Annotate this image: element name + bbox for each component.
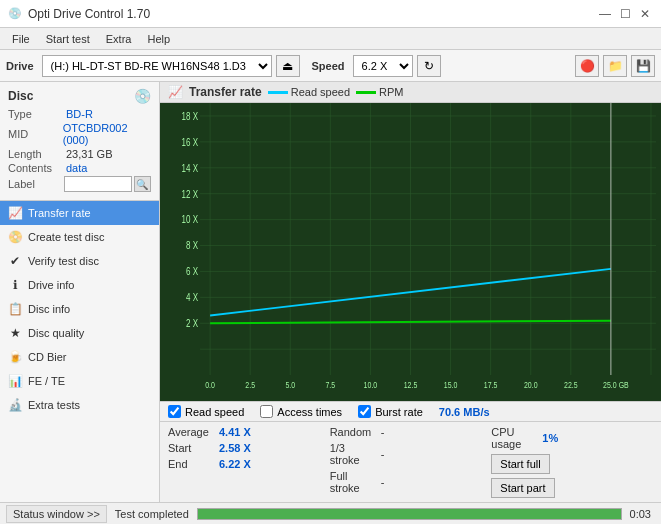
disc-contents-label: Contents (8, 162, 66, 174)
toolbar: Drive (H:) HL-DT-ST BD-RE WH16NS48 1.D3 … (0, 50, 661, 82)
app-icon: 💿 (8, 7, 22, 20)
disc-mid-row: MID OTCBDR002 (000) (8, 122, 151, 146)
menu-start-test[interactable]: Start test (38, 31, 98, 47)
stats-col-1: Average 4.41 X Start 2.58 X End 6.22 X (168, 424, 330, 500)
menubar: File Start test Extra Help (0, 28, 661, 50)
end-label: End (168, 458, 213, 470)
speed-select[interactable]: 6.2 X Max 4.0 X 2.0 X (353, 55, 413, 77)
burst-rate-value: 70.6 MB/s (439, 406, 490, 418)
disc-mid-value: OTCBDR002 (000) (63, 122, 151, 146)
svg-text:14 X: 14 X (182, 163, 198, 174)
disc-contents-row: Contents data (8, 162, 151, 174)
menu-help[interactable]: Help (139, 31, 178, 47)
nav-fe-te[interactable]: 📊 FE / TE (0, 369, 159, 393)
menu-extra[interactable]: Extra (98, 31, 140, 47)
titlebar-controls: — ☐ ✕ (597, 6, 653, 22)
close-button[interactable]: ✕ (637, 6, 653, 22)
create-test-disc-icon: 📀 (8, 230, 22, 244)
nav-verify-test-disc[interactable]: ✔ Verify test disc (0, 249, 159, 273)
svg-text:0.0: 0.0 (205, 380, 215, 390)
access-times-checkbox[interactable] (260, 405, 273, 418)
legend-rpm-label: RPM (379, 86, 403, 98)
nav-create-test-disc[interactable]: 📀 Create test disc (0, 225, 159, 249)
stats-col-3: CPU usage 1% Start full Start part (491, 424, 653, 500)
start-label: Start (168, 442, 213, 454)
checkbox-burst-rate[interactable]: Burst rate (358, 405, 423, 418)
progress-bar-container (197, 508, 622, 520)
disc-label-input[interactable] (64, 176, 132, 192)
disc-header: Disc 💿 (8, 88, 151, 104)
nav-cd-bier-label: CD Bier (28, 351, 67, 363)
cpu-usage-row: CPU usage 1% (491, 424, 653, 452)
start-row: Start 2.58 X (168, 440, 330, 456)
chart-svg: 18 X 16 X 14 X 12 X 10 X 8 X 6 X 4 X 2 X… (160, 103, 661, 401)
svg-text:12.5: 12.5 (404, 380, 418, 390)
drive-select[interactable]: (H:) HL-DT-ST BD-RE WH16NS48 1.D3 (42, 55, 272, 77)
disc-contents-value: data (66, 162, 87, 174)
nav-verify-test-disc-label: Verify test disc (28, 255, 99, 267)
disc-icon: 💿 (134, 88, 151, 104)
main-layout: Disc 💿 Type BD-R MID OTCBDR002 (000) Len… (0, 82, 661, 502)
svg-text:5.0: 5.0 (285, 380, 295, 390)
verify-test-disc-icon: ✔ (8, 254, 22, 268)
eject-button[interactable]: ⏏ (276, 55, 300, 77)
disc-info-icon: 📋 (8, 302, 22, 316)
disc-type-label: Type (8, 108, 66, 120)
cpu-usage-label: CPU usage (491, 426, 536, 450)
disc-label-label: Label (8, 178, 64, 190)
svg-text:10.0: 10.0 (364, 380, 378, 390)
burst-rate-label: Burst rate (375, 406, 423, 418)
svg-text:15.0: 15.0 (444, 380, 458, 390)
disc-type-row: Type BD-R (8, 108, 151, 120)
nav-disc-info[interactable]: 📋 Disc info (0, 297, 159, 321)
legend-read-speed-label: Read speed (291, 86, 350, 98)
status-bar: Status window >> Test completed 0:03 (0, 502, 661, 524)
stats-grid: Average 4.41 X Start 2.58 X End 6.22 X (160, 422, 661, 502)
svg-text:7.5: 7.5 (325, 380, 335, 390)
nav-extra-tests-label: Extra tests (28, 399, 80, 411)
checkbox-access-times[interactable]: Access times (260, 405, 342, 418)
nav-disc-quality[interactable]: ★ Disc quality (0, 321, 159, 345)
stats-col-2: Random - 1/3 stroke - Full stroke - (330, 424, 492, 500)
status-window-button[interactable]: Status window >> (6, 505, 107, 523)
minimize-button[interactable]: — (597, 6, 613, 22)
nav-cd-bier[interactable]: 🍺 CD Bier (0, 345, 159, 369)
chart-area: 18 X 16 X 14 X 12 X 10 X 8 X 6 X 4 X 2 X… (160, 103, 661, 401)
folder-button[interactable]: 📁 (603, 55, 627, 77)
checkbox-read-speed[interactable]: Read speed (168, 405, 244, 418)
chart-header: 📈 Transfer rate Read speed RPM (160, 82, 661, 103)
disc-title: Disc (8, 89, 33, 103)
burst-rate-checkbox[interactable] (358, 405, 371, 418)
chart-title: Transfer rate (189, 85, 262, 99)
nav-transfer-rate[interactable]: 📈 Transfer rate (0, 201, 159, 225)
status-text: Test completed (115, 508, 189, 520)
svg-text:2.5: 2.5 (245, 380, 255, 390)
nav-fe-te-label: FE / TE (28, 375, 65, 387)
stroke-1-3-dash: - (381, 448, 385, 460)
svg-text:8 X: 8 X (186, 240, 198, 251)
nav-drive-info[interactable]: ℹ Drive info (0, 273, 159, 297)
random-label: Random (330, 426, 375, 438)
extra-tests-icon: 🔬 (8, 398, 22, 412)
record-button[interactable]: 🔴 (575, 55, 599, 77)
start-part-row: Start part (491, 476, 653, 500)
nav-extra-tests[interactable]: 🔬 Extra tests (0, 393, 159, 417)
menu-file[interactable]: File (4, 31, 38, 47)
disc-label-btn[interactable]: 🔍 (134, 176, 151, 192)
start-value: 2.58 X (219, 442, 251, 454)
random-row: Random - (330, 424, 492, 440)
svg-text:20.0: 20.0 (524, 380, 538, 390)
nav-drive-info-label: Drive info (28, 279, 74, 291)
maximize-button[interactable]: ☐ (617, 6, 633, 22)
disc-label-row: Label 🔍 (8, 176, 151, 192)
svg-text:22.5: 22.5 (564, 380, 578, 390)
save-button[interactable]: 💾 (631, 55, 655, 77)
start-part-button[interactable]: Start part (491, 478, 554, 498)
svg-text:6 X: 6 X (186, 266, 198, 277)
read-speed-checkbox[interactable] (168, 405, 181, 418)
fe-te-icon: 📊 (8, 374, 22, 388)
refresh-button[interactable]: ↻ (417, 55, 441, 77)
start-full-button[interactable]: Start full (491, 454, 549, 474)
disc-mid-label: MID (8, 128, 63, 140)
chart-title-icon: 📈 (168, 85, 183, 99)
